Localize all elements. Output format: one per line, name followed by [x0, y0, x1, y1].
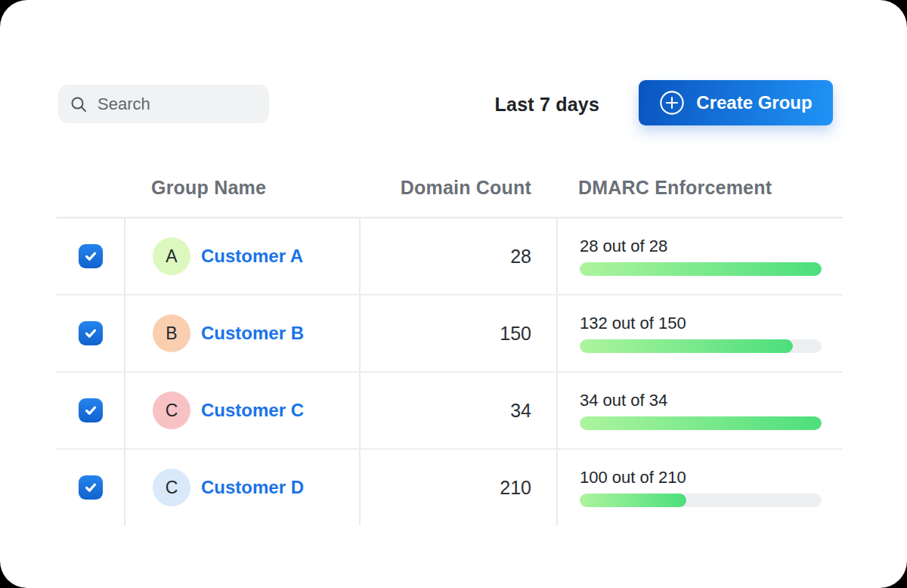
checkmark-icon: [83, 249, 98, 264]
checkbox-cell: [57, 450, 124, 525]
checkmark-icon: [83, 480, 98, 495]
table-body: A Customer A 28 28 out of 28 B Customer …: [57, 218, 843, 525]
avatar: C: [153, 469, 190, 506]
domain-count-value: 150: [500, 323, 531, 345]
create-group-label: Create Group: [696, 92, 812, 113]
group-name-cell: B Customer B: [124, 296, 359, 371]
table-row: C Customer D 210 100 out of 210: [57, 450, 843, 525]
avatar: C: [153, 391, 190, 429]
search-box[interactable]: [58, 85, 269, 123]
domain-count-cell: 34: [359, 373, 556, 448]
dmarc-progress-label: 100 out of 210: [580, 468, 686, 487]
avatar: B: [153, 314, 190, 352]
group-name-cell: C Customer D: [124, 450, 359, 525]
header-group-name: Group Name: [124, 177, 359, 199]
dmarc-cell: 100 out of 210: [556, 450, 843, 525]
dmarc-cell: 132 out of 150: [556, 296, 843, 371]
checkbox-cell: [57, 373, 124, 448]
checkbox-cell: [57, 218, 124, 294]
table-header: Group Name Domain Count DMARC Enforcemen…: [57, 159, 843, 218]
date-range-label[interactable]: Last 7 days: [495, 94, 599, 116]
avatar: A: [153, 237, 190, 275]
group-name-cell: A Customer A: [124, 218, 359, 294]
checkbox-cell: [57, 296, 124, 371]
dmarc-cell: 34 out of 34: [556, 373, 843, 448]
groups-table: Group Name Domain Count DMARC Enforcemen…: [57, 159, 843, 525]
header-domain-count: Domain Count: [359, 177, 556, 199]
domain-count-cell: 210: [359, 450, 556, 525]
domain-count-cell: 28: [359, 218, 556, 294]
search-input[interactable]: [96, 94, 258, 115]
dmarc-progress-bar: [580, 416, 822, 430]
dmarc-progress-label: 34 out of 34: [580, 391, 667, 410]
checkmark-icon: [83, 403, 98, 418]
main-card: Last 7 days Create Group Group Name Doma…: [0, 0, 907, 588]
dmarc-progress-bar: [580, 339, 822, 353]
customer-name-link[interactable]: Customer C: [201, 400, 304, 421]
row-checkbox[interactable]: [79, 244, 103, 268]
checkmark-icon: [83, 326, 98, 341]
dmarc-progress-fill: [580, 494, 686, 507]
domain-count-value: 28: [510, 246, 531, 268]
dmarc-progress-label: 28 out of 28: [580, 237, 667, 256]
dmarc-progress-fill: [580, 339, 793, 353]
dmarc-progress-label: 132 out of 150: [580, 314, 686, 333]
search-icon: [70, 95, 88, 113]
dmarc-progress-bar: [580, 494, 822, 507]
dmarc-progress-bar: [580, 262, 822, 276]
table-row: B Customer B 150 132 out of 150: [57, 296, 843, 373]
customer-name-link[interactable]: Customer B: [201, 323, 304, 344]
row-checkbox[interactable]: [79, 475, 103, 500]
customer-name-link[interactable]: Customer A: [201, 246, 303, 267]
customer-name-link[interactable]: Customer D: [201, 477, 304, 498]
table-row: A Customer A 28 28 out of 28: [57, 218, 843, 296]
domain-count-value: 34: [510, 400, 531, 422]
dmarc-cell: 28 out of 28: [556, 218, 843, 294]
domain-count-cell: 150: [359, 296, 556, 371]
dmarc-progress-fill: [580, 262, 822, 276]
domain-count-value: 210: [500, 477, 531, 499]
group-name-cell: C Customer C: [124, 373, 359, 448]
dmarc-progress-fill: [580, 416, 822, 430]
header-dmarc-enforcement: DMARC Enforcement: [556, 177, 843, 199]
table-row: C Customer C 34 34 out of 34: [57, 373, 843, 450]
row-checkbox[interactable]: [79, 398, 103, 422]
row-checkbox[interactable]: [79, 321, 103, 345]
create-group-button[interactable]: Create Group: [639, 80, 833, 125]
plus-circle-icon: [659, 90, 685, 116]
